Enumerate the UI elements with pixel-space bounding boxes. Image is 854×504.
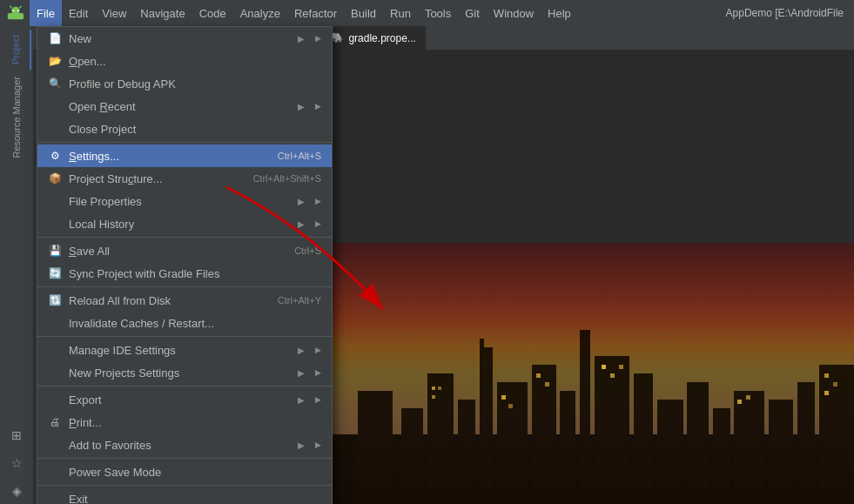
svg-rect-17 [595, 356, 629, 504]
menu-item-sync-gradle[interactable]: 🔄 Sync Project with Gradle Files [37, 262, 332, 285]
svg-rect-12 [480, 339, 484, 352]
svg-rect-7 [358, 391, 393, 504]
exit-icon [48, 492, 62, 504]
svg-rect-37 [746, 395, 750, 400]
separator-4 [37, 336, 332, 337]
menu-git[interactable]: Git [458, 0, 487, 26]
menu-edit[interactable]: Edit [62, 0, 95, 26]
menu-code[interactable]: Code [192, 0, 233, 26]
favorites-icon [48, 438, 62, 452]
menu-item-settings[interactable]: ⚙ Settings... Ctrl+Alt+S [37, 144, 332, 167]
manage-ide-icon [48, 343, 62, 357]
invalidate-icon [48, 316, 62, 330]
open-icon: 📂 [48, 54, 62, 68]
city-silhouette [332, 260, 854, 504]
svg-rect-10 [458, 400, 475, 504]
svg-rect-35 [619, 365, 623, 369]
menu-run[interactable]: Run [383, 0, 418, 26]
tab-gradle-props[interactable]: 🐘 gradle.prope... [323, 26, 425, 50]
menu-item-power-save[interactable]: Power Save Mode [37, 460, 332, 483]
menu-item-project-structure[interactable]: 📦 Project Structure... Ctrl+Alt+Shift+S [37, 167, 332, 190]
menu-bar: File Edit View Navigate Code Analyze Ref… [0, 0, 854, 26]
close-project-icon [48, 122, 62, 136]
svg-rect-23 [769, 400, 793, 504]
menu-item-close-project[interactable]: Close Project [37, 118, 332, 140]
menu-item-invalidate-caches[interactable]: Invalidate Caches / Restart... [37, 312, 332, 334]
menu-item-manage-ide[interactable]: Manage IDE Settings ▶ [37, 339, 332, 361]
svg-rect-16 [580, 330, 590, 504]
separator-2 [37, 237, 332, 238]
menu-item-new-projects[interactable]: New Projects Settings ▶ [37, 361, 332, 384]
menu-item-print[interactable]: 🖨 Print... [37, 411, 332, 433]
svg-rect-15 [560, 391, 575, 504]
svg-line-3 [20, 6, 22, 9]
svg-rect-28 [432, 395, 435, 399]
svg-rect-9 [427, 373, 454, 504]
menu-item-profile-debug[interactable]: 🔍 Profile or Debug APK [37, 72, 332, 95]
svg-rect-11 [480, 347, 493, 504]
menu-file[interactable]: File [30, 0, 62, 26]
reload-icon: 🔃 [48, 293, 62, 307]
menu-window[interactable]: Window [487, 0, 541, 26]
menu-item-local-history[interactable]: Local History ▶ [37, 212, 332, 235]
profile-icon: 🔍 [48, 77, 62, 91]
gradle-icon-2: 🐘 [332, 32, 344, 44]
menu-item-exit[interactable]: Exit [37, 487, 332, 504]
svg-rect-19 [657, 400, 683, 504]
structure-icon-btn[interactable]: ⊞ [2, 422, 31, 448]
sidebar-project[interactable]: Project [2, 30, 31, 70]
menu-navigate[interactable]: Navigate [133, 0, 192, 26]
menu-analyze[interactable]: Analyze [233, 0, 287, 26]
menu-item-file-properties[interactable]: File Properties ▶ [37, 190, 332, 212]
new-icon: 📄 [48, 31, 62, 45]
svg-rect-24 [797, 382, 815, 504]
svg-rect-29 [501, 395, 506, 400]
save-all-shortcut: Ctrl+S [294, 245, 321, 256]
local-history-icon [48, 217, 62, 231]
new-projects-arrow: ▶ [298, 368, 305, 378]
svg-rect-33 [602, 365, 606, 369]
bookmarks-icon-btn[interactable]: ☆ [2, 450, 31, 476]
svg-rect-21 [713, 408, 730, 504]
menu-item-export[interactable]: Export ▶ [37, 388, 332, 411]
manage-ide-arrow: ▶ [298, 346, 305, 355]
sidebar-resource-manager[interactable]: Resource Manager [2, 71, 31, 164]
separator-6 [37, 458, 332, 459]
separator-1 [37, 142, 332, 143]
svg-point-4 [12, 10, 14, 11]
menu-item-open-recent[interactable]: Open Recent ▶ [37, 95, 332, 118]
menu-help[interactable]: Help [541, 0, 578, 26]
menu-build[interactable]: Build [344, 0, 383, 26]
menu-item-reload-disk[interactable]: 🔃 Reload All from Disk Ctrl+Alt+Y [37, 289, 332, 312]
save-all-icon: 💾 [48, 244, 62, 258]
svg-rect-26 [432, 386, 435, 390]
menu-view[interactable]: View [95, 0, 133, 26]
menu-item-add-favorites[interactable]: Add to Favorites ▶ [37, 433, 332, 456]
menu-item-save-all[interactable]: 💾 Save All Ctrl+S [37, 239, 332, 262]
svg-rect-20 [687, 382, 709, 504]
menu-refactor[interactable]: Refactor [287, 0, 344, 26]
print-icon: 🖨 [48, 415, 62, 429]
separator-3 [37, 286, 332, 287]
menu-item-new[interactable]: 📄 New ▶ [37, 27, 332, 50]
export-arrow: ▶ [298, 395, 305, 405]
menu-item-open[interactable]: 📂 Open... [37, 50, 332, 72]
menu-tools[interactable]: Tools [418, 0, 458, 26]
svg-rect-40 [824, 391, 829, 395]
svg-point-5 [17, 10, 19, 11]
extra-icon-btn[interactable]: ◈ [2, 478, 31, 504]
sidebar: Project Resource Manager ⊞ ☆ ◈ [0, 26, 33, 504]
project-structure-icon: 📦 [48, 171, 62, 185]
file-props-arrow: ▶ [298, 197, 305, 206]
new-projects-icon [48, 366, 62, 380]
app-logo [3, 1, 28, 25]
svg-rect-31 [536, 373, 541, 378]
svg-rect-39 [833, 382, 837, 386]
svg-rect-38 [824, 373, 829, 378]
svg-rect-22 [734, 391, 764, 504]
svg-rect-27 [438, 386, 441, 390]
sync-gradle-icon: 🔄 [48, 266, 62, 280]
separator-7 [37, 485, 332, 486]
recent-icon [48, 99, 62, 113]
reload-shortcut: Ctrl+Alt+Y [278, 295, 321, 306]
